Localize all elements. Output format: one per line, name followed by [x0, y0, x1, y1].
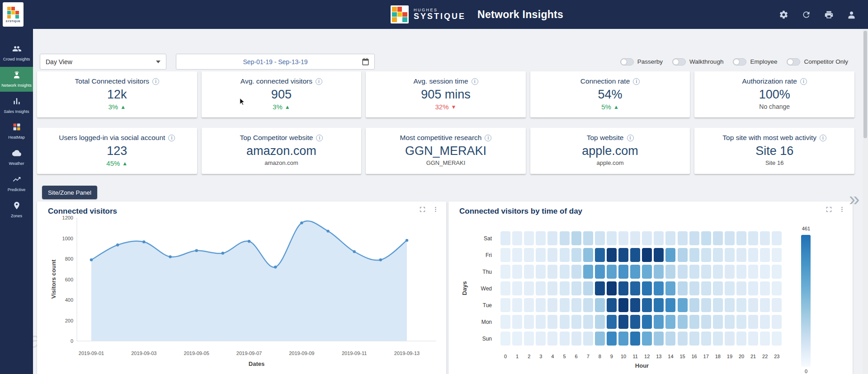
heatmap-cell-tue-16[interactable]	[689, 298, 699, 312]
heatmap-cell-sat-18[interactable]	[713, 231, 723, 245]
heatmap-cell-sat-13[interactable]	[654, 231, 664, 245]
heatmap-cell-mon-15[interactable]	[678, 315, 688, 329]
heatmap-cell-sun-18[interactable]	[713, 332, 723, 346]
heatmap-cell-mon-2[interactable]	[524, 315, 534, 329]
toggle-switch-passerby[interactable]	[620, 58, 634, 65]
heatmap-cell-thu-16[interactable]	[689, 265, 699, 279]
heatmap-cell-thu-23[interactable]	[772, 265, 782, 279]
heatmap-cell-tue-7[interactable]	[583, 298, 593, 312]
heatmap-cell-wed-14[interactable]	[665, 281, 675, 295]
heatmap-cell-sat-11[interactable]	[630, 231, 640, 245]
calendar-icon[interactable]	[361, 57, 370, 66]
sidebar-item-weather[interactable]: Weather	[0, 145, 33, 170]
heatmap-cell-sun-7[interactable]	[583, 332, 593, 346]
heatmap-cell-sat-21[interactable]	[748, 231, 758, 245]
heatmap-cell-thu-0[interactable]	[500, 265, 510, 279]
heatmap-cell-wed-13[interactable]	[654, 281, 664, 295]
heatmap-cell-tue-14[interactable]	[665, 298, 675, 312]
heatmap-cell-tue-13[interactable]	[654, 298, 664, 312]
heatmap-cell-wed-18[interactable]	[713, 281, 723, 295]
heatmap-cell-thu-17[interactable]	[701, 265, 711, 279]
heatmap-cell-thu-14[interactable]	[665, 265, 675, 279]
heatmap-cell-wed-12[interactable]	[642, 281, 652, 295]
heatmap-cell-wed-22[interactable]	[760, 281, 770, 295]
heatmap-cell-thu-3[interactable]	[536, 265, 546, 279]
heatmap-cell-thu-19[interactable]	[725, 265, 735, 279]
corner-logo[interactable]: SYSTIQUE	[3, 2, 24, 27]
heatmap-cell-sun-1[interactable]	[512, 332, 522, 346]
heatmap-cell-tue-21[interactable]	[748, 298, 758, 312]
info-icon[interactable]: i	[472, 78, 478, 85]
heatmap-cell-sun-16[interactable]	[689, 332, 699, 346]
heatmap-cell-mon-22[interactable]	[760, 315, 770, 329]
settings-icon[interactable]	[779, 10, 788, 19]
heatmap-cell-sun-23[interactable]	[772, 332, 782, 346]
heatmap-cell-sun-5[interactable]	[560, 332, 570, 346]
heatmap-cell-fri-9[interactable]	[607, 248, 617, 262]
heatmap-cell-fri-15[interactable]	[678, 248, 688, 262]
sidebar-item-predictive[interactable]: Predictive	[0, 171, 33, 196]
heatmap-cell-fri-6[interactable]	[571, 248, 581, 262]
sidebar-item-sales-insights[interactable]: Sales Insights	[0, 93, 33, 118]
vertical-scrollbar[interactable]	[863, 29, 868, 374]
heatmap-cell-sun-2[interactable]	[524, 332, 534, 346]
heatmap-cell-wed-9[interactable]	[607, 281, 617, 295]
heatmap-cell-sat-5[interactable]	[560, 231, 570, 245]
menu-icon[interactable]	[839, 206, 845, 213]
info-icon[interactable]: i	[152, 78, 159, 85]
heatmap-cell-sat-9[interactable]	[607, 231, 617, 245]
heatmap-cell-tue-8[interactable]	[595, 298, 605, 312]
heatmap-cell-sat-0[interactable]	[500, 231, 510, 245]
date-range-input[interactable]: Sep-01-19 - Sep-13-19	[176, 54, 375, 70]
heatmap-cell-thu-2[interactable]	[524, 265, 534, 279]
heatmap-cell-mon-12[interactable]	[642, 315, 652, 329]
heatmap-cell-tue-11[interactable]	[630, 298, 640, 312]
heatmap-cell-thu-11[interactable]	[630, 265, 640, 279]
heatmap-cell-mon-10[interactable]	[618, 315, 628, 329]
expand-icon[interactable]	[419, 206, 426, 213]
heatmap-cell-tue-15[interactable]	[678, 298, 688, 312]
heatmap-cell-tue-0[interactable]	[500, 298, 510, 312]
heatmap-cell-sat-19[interactable]	[725, 231, 735, 245]
heatmap-cell-mon-5[interactable]	[560, 315, 570, 329]
heatmap-cell-thu-7[interactable]	[583, 265, 593, 279]
user-icon[interactable]	[847, 10, 856, 19]
heatmap-cell-sun-11[interactable]	[630, 332, 640, 346]
heatmap-cell-fri-17[interactable]	[701, 248, 711, 262]
heatmap-cell-tue-6[interactable]	[571, 298, 581, 312]
toggle-switch-competitor-only[interactable]	[787, 58, 800, 65]
sidebar-item-network-insights[interactable]: Network Insights	[0, 67, 33, 92]
heatmap-cell-sat-17[interactable]	[701, 231, 711, 245]
heatmap-cell-sat-3[interactable]	[536, 231, 546, 245]
heatmap-cell-tue-1[interactable]	[512, 298, 522, 312]
heatmap-cell-tue-3[interactable]	[536, 298, 546, 312]
heatmap-cell-tue-10[interactable]	[618, 298, 628, 312]
heatmap-cell-wed-2[interactable]	[524, 281, 534, 295]
toggle-switch-walkthrough[interactable]	[672, 58, 686, 65]
heatmap-cell-thu-20[interactable]	[736, 265, 746, 279]
info-icon[interactable]: i	[316, 78, 322, 85]
heatmap-cell-wed-0[interactable]	[500, 281, 510, 295]
sidebar-item-heatmap[interactable]: HeatMap	[0, 119, 33, 144]
heatmap-cell-thu-18[interactable]	[713, 265, 723, 279]
heatmap-cell-fri-3[interactable]	[536, 248, 546, 262]
refresh-icon[interactable]	[802, 10, 811, 19]
heatmap-cell-sun-9[interactable]	[607, 332, 617, 346]
heatmap-cell-fri-1[interactable]	[512, 248, 522, 262]
info-icon[interactable]: i	[633, 78, 640, 85]
heatmap-cell-mon-1[interactable]	[512, 315, 522, 329]
heatmap-cell-sun-12[interactable]	[642, 332, 652, 346]
heatmap-cell-sun-21[interactable]	[748, 332, 758, 346]
heatmap-cell-wed-23[interactable]	[772, 281, 782, 295]
heatmap-cell-mon-7[interactable]	[583, 315, 593, 329]
heatmap-cell-sat-4[interactable]	[547, 231, 557, 245]
heatmap-cell-fri-19[interactable]	[725, 248, 735, 262]
heatmap-cell-mon-0[interactable]	[500, 315, 510, 329]
heatmap-cell-sat-2[interactable]	[524, 231, 534, 245]
heatmap-cell-tue-22[interactable]	[760, 298, 770, 312]
heatmap-cell-thu-15[interactable]	[678, 265, 688, 279]
heatmap-cell-thu-12[interactable]	[642, 265, 652, 279]
expand-icon[interactable]	[826, 206, 832, 213]
heatmap-cell-mon-21[interactable]	[748, 315, 758, 329]
heatmap-cell-mon-16[interactable]	[689, 315, 699, 329]
